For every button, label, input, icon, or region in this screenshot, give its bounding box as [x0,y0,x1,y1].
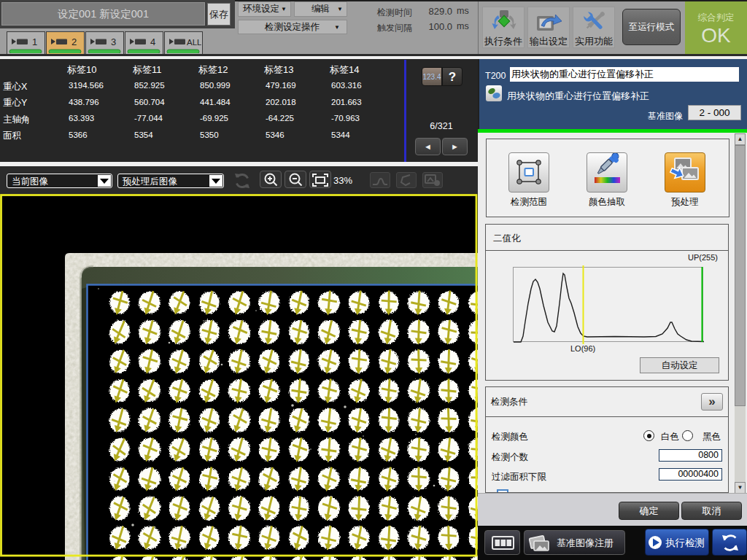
svg-text:1: 1 [32,36,37,47]
svg-text:4: 4 [150,36,155,47]
svg-text:2: 2 [71,36,77,47]
svg-text:3: 3 [111,36,116,47]
svg-text:ALL: ALL [187,38,201,47]
